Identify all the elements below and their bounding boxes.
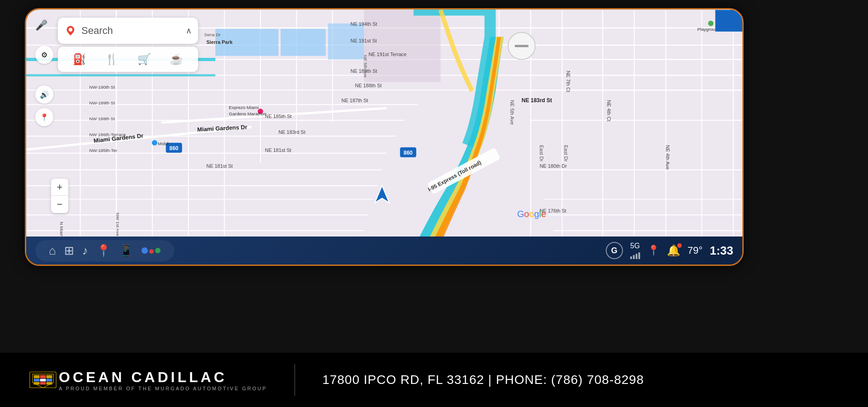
- zoom-out-button[interactable]: −: [51, 196, 68, 213]
- signal-indicator: 5G: [630, 242, 640, 259]
- notification-badge: [677, 243, 682, 248]
- signal-bar-4: [638, 252, 640, 259]
- nav-icons-group: ⌂ ⊞ ♪ 📍 📱: [35, 240, 174, 261]
- coffee-icon[interactable]: ☕: [170, 53, 183, 66]
- dealer-name-main: OCEAN CADILLAC: [59, 369, 267, 386]
- location-button[interactable]: 📍: [35, 108, 53, 126]
- shopping-icon[interactable]: 🛒: [137, 53, 151, 66]
- settings-button[interactable]: ⚙: [35, 46, 53, 64]
- search-chevron-icon[interactable]: ∧: [186, 26, 192, 36]
- volume-button[interactable]: 🔊: [35, 85, 53, 104]
- dealer-footer: OCEAN CADILLAC A PROUD MEMBER OF THE MUR…: [0, 353, 868, 407]
- search-bar[interactable]: Search ∧: [58, 18, 198, 44]
- dealer-tagline: A PROUD MEMBER OF THE MURGADO AUTOMOTIVE…: [59, 386, 267, 391]
- signal-bar-1: [630, 256, 632, 259]
- assistant-nav-icon[interactable]: [142, 247, 160, 254]
- dealer-name-area: OCEAN CADILLAC A PROUD MEMBER OF THE MUR…: [59, 369, 267, 391]
- signal-bars: [630, 251, 640, 259]
- zoom-in-button[interactable]: +: [51, 179, 68, 196]
- signal-label: 5G: [630, 242, 640, 250]
- signal-bar-3: [636, 254, 637, 259]
- notification-bell[interactable]: 🔔: [667, 244, 680, 257]
- fuel-icon[interactable]: ⛽: [73, 53, 86, 66]
- car-frame: NE 194th St NE 191st St NE 191st Terrace…: [0, 0, 868, 407]
- svg-rect-109: [40, 382, 46, 385]
- svg-rect-104: [34, 375, 40, 379]
- restaurant-icon[interactable]: 🍴: [105, 53, 118, 66]
- google-maps-logo: [64, 24, 77, 37]
- dealer-divider: [294, 364, 295, 396]
- microphone-icon[interactable]: 🎤: [35, 19, 47, 31]
- map-ui-overlay: 🎤 ⚙ 🔊 📍: [26, 9, 742, 240]
- svg-rect-111: [47, 379, 52, 382]
- svg-rect-106: [34, 382, 40, 385]
- svg-rect-112: [47, 382, 52, 385]
- infotainment-screen: NE 194th St NE 191st St NE 191st Terrace…: [25, 8, 744, 266]
- signal-bar-2: [633, 255, 635, 259]
- svg-point-101: [69, 28, 72, 32]
- time-display: 1:33: [710, 244, 733, 258]
- status-bar-right: G 5G 📍 🔔: [606, 242, 733, 259]
- bottom-navigation-bar: ⌂ ⊞ ♪ 📍 📱 G: [26, 237, 742, 265]
- svg-rect-108: [40, 379, 46, 382]
- location-status-icon: 📍: [647, 245, 660, 256]
- svg-rect-107: [40, 375, 46, 379]
- zoom-controls: + −: [51, 179, 68, 213]
- dealer-contact: 17800 IPCO RD, FL 33162 | PHONE: (786) 7…: [322, 373, 644, 387]
- svg-rect-110: [47, 375, 52, 379]
- maps-nav-icon[interactable]: 📍: [96, 244, 111, 258]
- home-nav-icon[interactable]: ⌂: [49, 244, 56, 258]
- apps-nav-icon[interactable]: ⊞: [64, 244, 74, 258]
- google-account-icon[interactable]: G: [606, 242, 623, 259]
- quick-icons-bar: ⛽ 🍴 🛒 ☕: [58, 47, 198, 72]
- svg-rect-105: [34, 379, 40, 382]
- temperature-display: 79°: [688, 245, 703, 256]
- phone-nav-icon[interactable]: 📱: [119, 244, 133, 258]
- cadillac-logo: [27, 369, 59, 391]
- map-area[interactable]: NE 194th St NE 191st St NE 191st Terrace…: [26, 9, 742, 240]
- music-nav-icon[interactable]: ♪: [82, 244, 88, 258]
- search-label: Search: [81, 25, 181, 37]
